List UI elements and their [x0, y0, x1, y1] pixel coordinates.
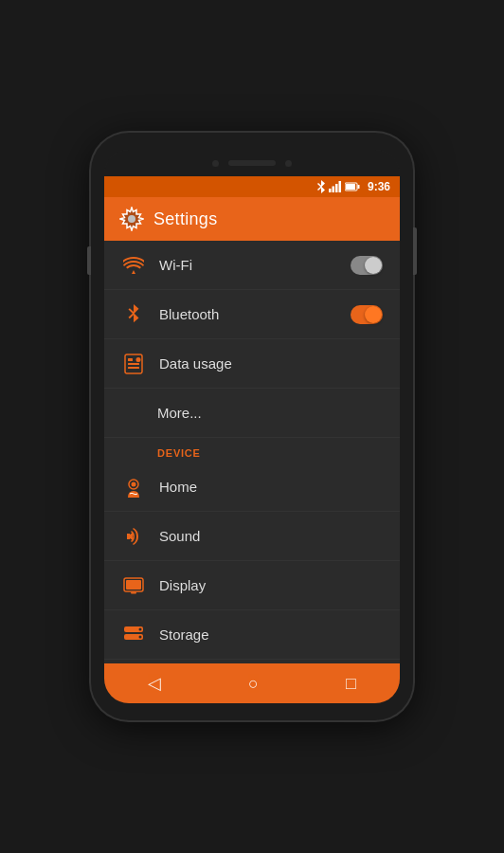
home-label: Home — [159, 479, 383, 495]
svg-rect-6 — [346, 184, 355, 190]
display-label: Display — [159, 577, 383, 593]
svg-rect-11 — [128, 367, 139, 369]
svg-rect-3 — [338, 181, 341, 192]
status-bar: 9:36 — [104, 176, 400, 197]
app-title: Settings — [153, 209, 217, 229]
sound-icon — [121, 524, 146, 549]
svg-rect-10 — [128, 363, 139, 365]
recents-button[interactable]: □ — [327, 666, 375, 701]
svg-point-14 — [132, 481, 136, 486]
display-item[interactable]: Display — [104, 561, 400, 610]
status-icons — [316, 180, 360, 193]
wifi-item[interactable]: Wi-Fi — [104, 241, 400, 290]
storage-label: Storage — [159, 626, 383, 643]
nav-bar: ◁ ○ □ — [104, 663, 400, 703]
battery-item[interactable]: Battery — [104, 660, 400, 663]
home-icon — [121, 475, 146, 499]
more-item[interactable]: More... — [104, 389, 400, 438]
bluetooth-label: Bluetooth — [159, 306, 351, 322]
power-button[interactable] — [413, 227, 417, 275]
svg-point-21 — [139, 635, 142, 638]
status-time: 9:36 — [368, 180, 390, 193]
bluetooth-item[interactable]: Bluetooth — [104, 290, 400, 339]
battery-status-icon — [345, 182, 360, 191]
svg-rect-16 — [126, 580, 141, 590]
svg-rect-2 — [335, 184, 338, 192]
phone-screen: 9:36 Settings — [104, 150, 400, 703]
svg-rect-0 — [329, 189, 332, 192]
storage-icon — [121, 623, 146, 647]
phone-top-bezel — [104, 150, 400, 176]
svg-rect-5 — [357, 185, 359, 189]
wifi-icon — [121, 253, 146, 278]
sound-label: Sound — [159, 528, 383, 544]
data-usage-item[interactable]: Data usage — [104, 339, 400, 389]
svg-point-12 — [136, 357, 141, 362]
app-header: Settings — [104, 197, 400, 241]
home-item[interactable]: Home — [104, 463, 400, 512]
phone-frame: 9:36 Settings — [91, 133, 413, 720]
bluetooth-toggle[interactable] — [351, 305, 383, 324]
camera — [212, 160, 219, 167]
wifi-label: Wi-Fi — [159, 257, 351, 273]
display-icon — [121, 573, 146, 598]
speaker — [228, 160, 276, 166]
signal-icon — [329, 181, 342, 192]
volume-button[interactable] — [87, 246, 91, 275]
data-usage-label: Data usage — [159, 355, 383, 372]
data-usage-icon — [121, 352, 146, 376]
sound-item[interactable]: Sound — [104, 512, 400, 561]
settings-cog-icon — [119, 207, 144, 231]
svg-rect-1 — [332, 187, 334, 193]
svg-rect-9 — [128, 358, 133, 361]
sensor — [285, 160, 292, 167]
home-button[interactable]: ○ — [229, 666, 278, 701]
bluetooth-status-icon — [316, 180, 326, 193]
svg-point-20 — [139, 627, 142, 630]
svg-rect-17 — [131, 591, 136, 593]
storage-item[interactable]: Storage — [104, 610, 400, 660]
settings-list: Wi-Fi Bluetooth — [104, 241, 400, 663]
device-section-header: DEVICE — [104, 438, 400, 463]
back-button[interactable]: ◁ — [129, 665, 180, 701]
wifi-toggle[interactable] — [351, 256, 383, 275]
more-label: More... — [157, 405, 383, 421]
bluetooth-icon — [121, 302, 146, 327]
